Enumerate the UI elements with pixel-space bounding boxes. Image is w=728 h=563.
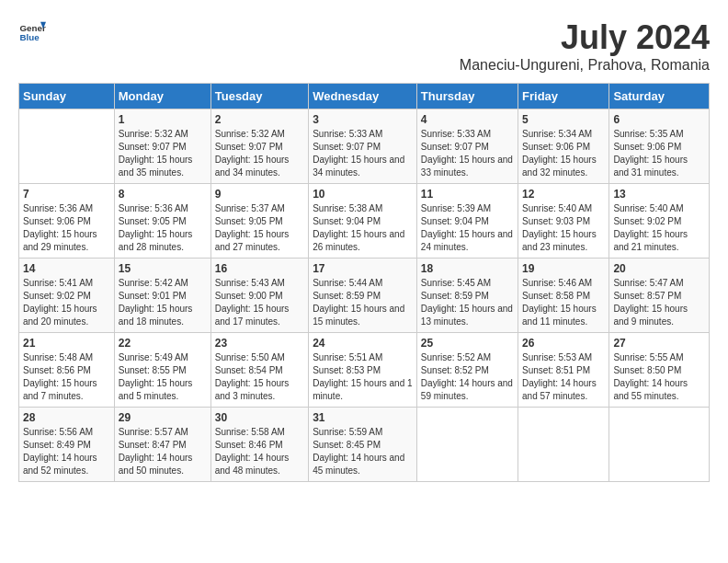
day-info: Sunrise: 5:58 AMSunset: 8:46 PMDaylight:… (215, 426, 304, 477)
day-info: Sunrise: 5:40 AMSunset: 9:03 PMDaylight:… (522, 202, 605, 254)
day-number: 2 (215, 113, 304, 126)
day-info: Sunrise: 5:34 AMSunset: 9:06 PMDaylight:… (522, 128, 605, 179)
day-info: Sunrise: 5:50 AMSunset: 8:54 PMDaylight:… (215, 351, 304, 403)
day-info: Sunrise: 5:49 AMSunset: 8:55 PMDaylight:… (119, 351, 207, 403)
day-number: 25 (421, 337, 514, 350)
day-number: 24 (313, 337, 413, 350)
day-info: Sunrise: 5:33 AMSunset: 9:07 PMDaylight:… (421, 128, 514, 179)
day-number: 28 (23, 411, 110, 424)
day-info: Sunrise: 5:35 AMSunset: 9:06 PMDaylight:… (613, 128, 705, 179)
day-cell (609, 408, 710, 482)
day-cell: 18Sunrise: 5:45 AMSunset: 8:59 PMDayligh… (416, 259, 518, 333)
day-cell: 29Sunrise: 5:57 AMSunset: 8:47 PMDayligh… (114, 408, 210, 482)
day-cell: 8Sunrise: 5:36 AMSunset: 9:05 PMDaylight… (114, 184, 210, 259)
day-info: Sunrise: 5:59 AMSunset: 8:45 PMDaylight:… (313, 426, 413, 477)
day-cell: 2Sunrise: 5:32 AMSunset: 9:07 PMDaylight… (210, 109, 308, 184)
day-cell: 5Sunrise: 5:34 AMSunset: 9:06 PMDaylight… (518, 109, 609, 184)
day-number: 19 (522, 262, 605, 275)
day-cell: 9Sunrise: 5:37 AMSunset: 9:05 PMDaylight… (210, 184, 308, 259)
day-cell: 28Sunrise: 5:56 AMSunset: 8:49 PMDayligh… (19, 408, 115, 482)
day-number: 31 (313, 411, 413, 424)
header-cell-monday: Monday (114, 84, 210, 109)
day-info: Sunrise: 5:46 AMSunset: 8:58 PMDaylight:… (522, 277, 605, 328)
logo: General Blue (18, 18, 46, 46)
svg-text:Blue: Blue (20, 32, 40, 42)
day-info: Sunrise: 5:55 AMSunset: 8:50 PMDaylight:… (613, 351, 705, 403)
day-cell: 7Sunrise: 5:36 AMSunset: 9:06 PMDaylight… (19, 184, 115, 259)
week-row-3: 14Sunrise: 5:41 AMSunset: 9:02 PMDayligh… (19, 259, 710, 333)
day-number: 16 (215, 262, 304, 275)
day-info: Sunrise: 5:33 AMSunset: 9:07 PMDaylight:… (313, 128, 413, 179)
day-cell: 14Sunrise: 5:41 AMSunset: 9:02 PMDayligh… (19, 259, 115, 333)
day-info: Sunrise: 5:42 AMSunset: 9:01 PMDaylight:… (119, 277, 207, 328)
day-info: Sunrise: 5:39 AMSunset: 9:04 PMDaylight:… (421, 202, 514, 254)
logo-icon: General Blue (18, 18, 46, 46)
day-info: Sunrise: 5:56 AMSunset: 8:49 PMDaylight:… (23, 426, 110, 477)
day-cell: 30Sunrise: 5:58 AMSunset: 8:46 PMDayligh… (210, 408, 308, 482)
day-cell: 6Sunrise: 5:35 AMSunset: 9:06 PMDaylight… (609, 109, 710, 184)
day-info: Sunrise: 5:51 AMSunset: 8:53 PMDaylight:… (313, 351, 413, 403)
header-cell-sunday: Sunday (19, 84, 115, 109)
day-number: 4 (421, 113, 514, 126)
day-number: 21 (23, 337, 110, 350)
calendar-body: 1Sunrise: 5:32 AMSunset: 9:07 PMDaylight… (19, 109, 710, 482)
day-number: 26 (522, 337, 605, 350)
day-number: 13 (613, 188, 705, 201)
day-cell: 22Sunrise: 5:49 AMSunset: 8:55 PMDayligh… (114, 333, 210, 408)
day-number: 7 (23, 188, 110, 201)
day-number: 8 (119, 188, 207, 201)
week-row-2: 7Sunrise: 5:36 AMSunset: 9:06 PMDaylight… (19, 184, 710, 259)
day-info: Sunrise: 5:38 AMSunset: 9:04 PMDaylight:… (313, 202, 413, 254)
day-cell: 16Sunrise: 5:43 AMSunset: 9:00 PMDayligh… (210, 259, 308, 333)
day-number: 20 (613, 262, 705, 275)
day-cell: 13Sunrise: 5:40 AMSunset: 9:02 PMDayligh… (609, 184, 710, 259)
day-number: 10 (313, 188, 413, 201)
day-number: 3 (313, 113, 413, 126)
day-info: Sunrise: 5:32 AMSunset: 9:07 PMDaylight:… (215, 128, 304, 179)
header-cell-thursday: Thursday (416, 84, 518, 109)
title-block: July 2024 Maneciu-Ungureni, Prahova, Rom… (460, 18, 710, 74)
day-info: Sunrise: 5:36 AMSunset: 9:05 PMDaylight:… (119, 202, 207, 254)
day-info: Sunrise: 5:32 AMSunset: 9:07 PMDaylight:… (119, 128, 207, 179)
day-cell: 1Sunrise: 5:32 AMSunset: 9:07 PMDaylight… (114, 109, 210, 184)
week-row-5: 28Sunrise: 5:56 AMSunset: 8:49 PMDayligh… (19, 408, 710, 482)
day-number: 17 (313, 262, 413, 275)
page-header: General Blue July 2024 Maneciu-Ungureni,… (18, 18, 710, 74)
day-info: Sunrise: 5:48 AMSunset: 8:56 PMDaylight:… (23, 351, 110, 403)
day-cell (19, 109, 115, 184)
day-info: Sunrise: 5:44 AMSunset: 8:59 PMDaylight:… (313, 277, 413, 328)
day-cell: 11Sunrise: 5:39 AMSunset: 9:04 PMDayligh… (416, 184, 518, 259)
main-title: July 2024 (460, 18, 710, 57)
day-cell (416, 408, 518, 482)
day-cell: 23Sunrise: 5:50 AMSunset: 8:54 PMDayligh… (210, 333, 308, 408)
day-cell: 19Sunrise: 5:46 AMSunset: 8:58 PMDayligh… (518, 259, 609, 333)
day-number: 23 (215, 337, 304, 350)
calendar-table: SundayMondayTuesdayWednesdayThursdayFrid… (18, 83, 710, 482)
week-row-4: 21Sunrise: 5:48 AMSunset: 8:56 PMDayligh… (19, 333, 710, 408)
day-number: 14 (23, 262, 110, 275)
day-cell: 24Sunrise: 5:51 AMSunset: 8:53 PMDayligh… (309, 333, 417, 408)
day-cell: 3Sunrise: 5:33 AMSunset: 9:07 PMDaylight… (309, 109, 417, 184)
day-cell: 4Sunrise: 5:33 AMSunset: 9:07 PMDaylight… (416, 109, 518, 184)
day-number: 27 (613, 337, 705, 350)
calendar-header: SundayMondayTuesdayWednesdayThursdayFrid… (19, 84, 710, 109)
subtitle: Maneciu-Ungureni, Prahova, Romania (460, 57, 710, 74)
day-info: Sunrise: 5:47 AMSunset: 8:57 PMDaylight:… (613, 277, 705, 328)
day-info: Sunrise: 5:40 AMSunset: 9:02 PMDaylight:… (613, 202, 705, 254)
day-number: 22 (119, 337, 207, 350)
day-number: 9 (215, 188, 304, 201)
day-cell: 10Sunrise: 5:38 AMSunset: 9:04 PMDayligh… (309, 184, 417, 259)
day-number: 5 (522, 113, 605, 126)
week-row-1: 1Sunrise: 5:32 AMSunset: 9:07 PMDaylight… (19, 109, 710, 184)
day-info: Sunrise: 5:37 AMSunset: 9:05 PMDaylight:… (215, 202, 304, 254)
day-cell: 15Sunrise: 5:42 AMSunset: 9:01 PMDayligh… (114, 259, 210, 333)
day-number: 29 (119, 411, 207, 424)
header-cell-friday: Friday (518, 84, 609, 109)
day-number: 1 (119, 113, 207, 126)
day-number: 11 (421, 188, 514, 201)
header-cell-tuesday: Tuesday (210, 84, 308, 109)
day-cell: 20Sunrise: 5:47 AMSunset: 8:57 PMDayligh… (609, 259, 710, 333)
day-info: Sunrise: 5:43 AMSunset: 9:00 PMDaylight:… (215, 277, 304, 328)
day-number: 12 (522, 188, 605, 201)
day-info: Sunrise: 5:52 AMSunset: 8:52 PMDaylight:… (421, 351, 514, 403)
